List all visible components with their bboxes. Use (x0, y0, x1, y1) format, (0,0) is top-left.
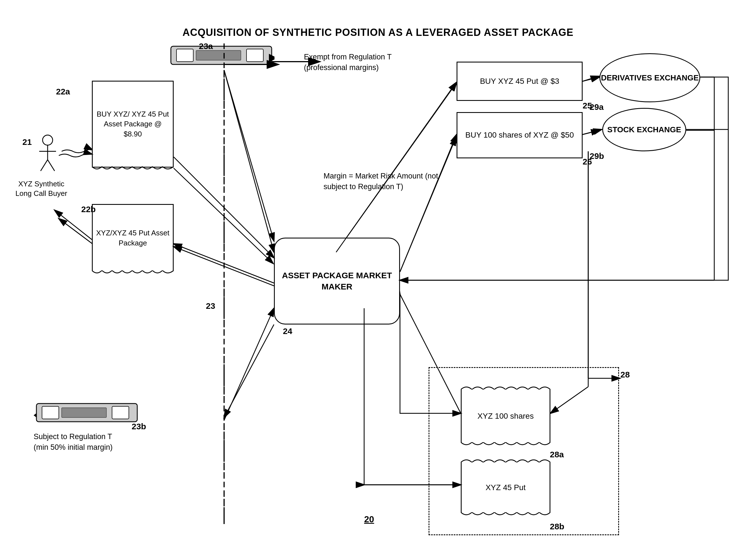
asset-package-box: XYZ/XYZ 45 Put Asset Package (92, 204, 174, 271)
svg-line-37 (48, 160, 55, 171)
buy-xyz-put-box: BUY XYZ 45 Put @ $3 (457, 62, 583, 101)
svg-line-42 (174, 246, 274, 286)
buy-package-box: BUY XYZ/ XYZ 45 Put Asset Package @ $8.9… (92, 81, 174, 167)
wavy-top-xyz-put (461, 457, 550, 463)
label-23a: 23a (199, 41, 213, 51)
person-label: XYZ Synthetic Long Call Buyer (15, 179, 67, 198)
label-23: 23 (206, 301, 215, 311)
svg-rect-31 (62, 408, 106, 418)
svg-line-6 (174, 244, 274, 283)
xyz-put-box: XYZ 45 Put (461, 462, 550, 513)
stock-exchange-box: STOCK EXCHANGE (602, 108, 686, 151)
label-23b: 23b (132, 422, 146, 431)
tape-top (168, 43, 275, 69)
svg-line-51 (224, 325, 274, 418)
svg-point-33 (43, 135, 53, 145)
person-icon (36, 134, 59, 175)
svg-line-21 (224, 70, 274, 252)
label-28: 28 (620, 370, 630, 380)
svg-line-45 (400, 137, 456, 272)
svg-line-50 (224, 70, 274, 241)
svg-line-41 (174, 157, 274, 258)
svg-line-44 (336, 83, 456, 252)
wavy-top-xyz-shares (461, 385, 550, 390)
svg-rect-26 (246, 49, 263, 62)
figure-number: 20 (364, 514, 374, 525)
svg-rect-32 (112, 406, 129, 419)
tape-bottom (34, 401, 140, 426)
label-21: 21 (22, 137, 32, 147)
label-29a: 29a (590, 102, 604, 112)
margin-label: Margin = Market Risk Amount (not subject… (324, 171, 444, 192)
page-title: ACQUISITION OF SYNTHETIC POSITION AS A L… (0, 11, 756, 38)
label-28a: 28a (550, 450, 564, 459)
svg-line-8 (336, 83, 457, 252)
wavy-bottom-asset-package (92, 270, 174, 276)
buy-shares-box: BUY 100 shares of XYZ @ $50 (457, 112, 583, 158)
svg-line-9 (400, 134, 457, 272)
svg-line-47 (583, 129, 602, 134)
svg-line-43 (55, 210, 92, 239)
svg-rect-25 (196, 50, 241, 60)
wavy-bottom-buy-package (92, 166, 174, 172)
label-22a: 22a (56, 87, 70, 96)
wavy-bottom-xyz-shares (461, 442, 550, 448)
label-24: 24 (283, 327, 292, 336)
svg-line-36 (41, 160, 48, 171)
wavy-bottom-xyz-put (461, 512, 550, 518)
subject-label: Subject to Regulation T (min 50% initial… (34, 432, 126, 453)
svg-line-5 (174, 168, 273, 263)
market-maker-box: ASSET PACKAGE MARKET MAKER (274, 237, 400, 325)
svg-rect-30 (42, 406, 59, 419)
label-29b: 29b (590, 151, 604, 161)
derivatives-exchange-box: DERIVATIVES EXCHANGE (599, 53, 700, 102)
label-28b: 28b (550, 522, 564, 531)
svg-line-11 (583, 130, 599, 134)
svg-line-10 (583, 77, 599, 81)
svg-line-22 (224, 308, 274, 420)
diagram-container: ACQUISITION OF SYNTHETIC POSITION AS A L… (0, 0, 756, 547)
exempt-label: Exempt from Regulation T (professional m… (304, 52, 394, 73)
svg-line-7 (59, 218, 92, 244)
svg-rect-24 (176, 49, 193, 62)
svg-line-46 (583, 76, 599, 81)
label-22b: 22b (81, 204, 96, 214)
xyz-shares-box: XYZ 100 shares (461, 390, 550, 443)
